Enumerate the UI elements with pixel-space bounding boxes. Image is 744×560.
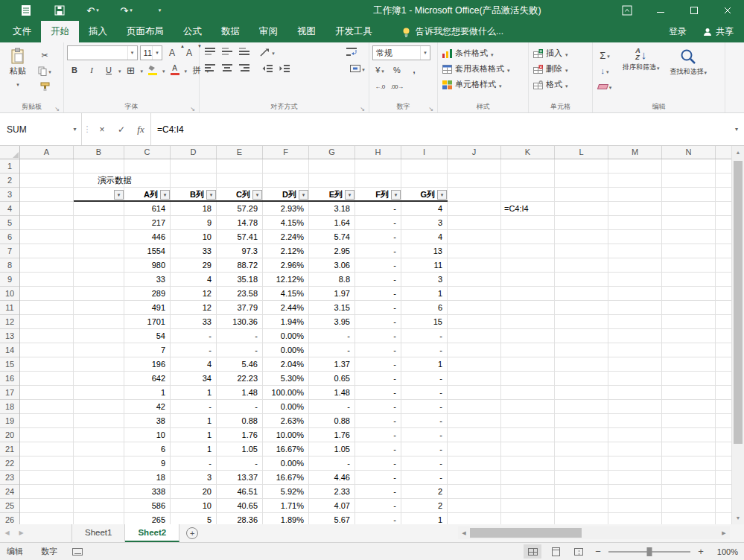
insert-dropdown-icon[interactable] [565,49,568,58]
cell-h10[interactable]: - [355,287,401,301]
formula-input[interactable]: =C4:I4 [150,113,729,145]
cell-h23[interactable]: - [355,471,401,485]
cells-area[interactable]: 演示数据A列▾B列▾C列▾D列▾E列▾F列▾G列▾▾6141857.292.93… [20,159,731,524]
increase-indent-icon[interactable] [277,62,292,75]
cell-f17[interactable]: 100.00% [263,386,309,400]
formula-bar-expand-icon[interactable]: ▾ [729,113,744,145]
cell-e7[interactable]: 97.3 [217,244,263,258]
cell-d18[interactable]: - [171,400,217,414]
row-header-18[interactable]: 18 [0,400,19,414]
ribbon-tab-7[interactable]: 视图 [287,21,325,42]
cell-f12[interactable]: 1.94% [263,315,309,329]
fill-color-icon[interactable] [145,63,160,77]
decrease-indent-icon[interactable] [260,62,275,75]
cell-g10[interactable]: 1.97 [309,287,355,301]
find-select-button[interactable]: 查找和选择 [667,45,710,103]
copy-button[interactable] [37,64,52,77]
cell-c8[interactable]: 980 [124,258,171,273]
cell-i14[interactable]: - [401,343,448,357]
cell-i19[interactable]: - [401,414,448,428]
vertical-scrollbar-thumb[interactable] [734,161,743,444]
cell-e21[interactable]: 1.05 [217,442,263,456]
number-dialog-launcher-icon[interactable] [427,103,435,111]
font-name-dropdown-icon[interactable] [127,46,137,60]
borders-icon[interactable]: ⊞ [124,63,139,77]
align-center-icon[interactable] [220,62,235,75]
column-header-d[interactable]: D [171,146,217,159]
underline-icon[interactable]: U [101,63,116,77]
column-header-k[interactable]: K [501,146,555,159]
font-color-dropdown-icon[interactable] [185,65,188,75]
filter-dropdown-icon[interactable]: ▾ [206,190,216,200]
cell-i7[interactable]: 13 [401,244,448,258]
cell-c4[interactable]: 614 [124,202,171,216]
enter-icon[interactable]: ✓ [112,113,131,145]
row-header-21[interactable]: 21 [0,442,19,456]
cell-h16[interactable]: - [355,372,401,386]
cell-g19[interactable]: 0.88 [309,414,355,428]
row-header-5[interactable]: 5 [0,216,19,230]
name-box-dropdown-icon[interactable]: ▾ [69,126,81,133]
cell-h25[interactable]: - [355,499,401,513]
accounting-dropdown-icon[interactable] [381,66,384,74]
zoom-out-icon[interactable]: − [593,546,603,557]
cell-c9[interactable]: 33 [124,273,171,287]
filter-dropdown-icon[interactable]: ▾ [114,190,124,200]
wrap-text-icon[interactable] [344,45,359,59]
underline-dropdown-icon[interactable] [118,65,121,75]
cell-g16[interactable]: 0.65 [309,372,355,386]
cell-i6[interactable]: 4 [401,230,448,244]
fill-button[interactable]: ↓ [597,64,612,77]
cell-h15[interactable]: - [355,357,401,372]
row-header-9[interactable]: 9 [0,273,19,287]
row-header-22[interactable]: 22 [0,456,19,471]
cell-e23[interactable]: 13.37 [217,471,263,485]
zoom-in-icon[interactable]: + [696,546,706,557]
delete-cells-button[interactable]: 删除 [532,61,590,77]
find-select-dropdown-icon[interactable] [705,69,708,76]
column-header-n[interactable]: N [662,146,716,159]
cell-c22[interactable]: 9 [124,456,171,471]
vertical-scrollbar[interactable]: ▲ ▼ [731,146,744,524]
row-header-6[interactable]: 6 [0,230,19,244]
cell-e15[interactable]: 5.46 [217,357,263,372]
horizontal-scrollbar-thumb[interactable] [470,528,582,538]
cell-h21[interactable]: - [355,442,401,456]
cell-h13[interactable]: - [355,329,401,343]
cancel-icon[interactable]: × [92,113,112,145]
cell-d26[interactable]: 5 [171,513,217,524]
cell-d14[interactable]: - [171,343,217,357]
cell-c7[interactable]: 1554 [124,244,171,258]
cell-c16[interactable]: 642 [124,372,171,386]
cell-i24[interactable]: 2 [401,485,448,499]
row-header-12[interactable]: 12 [0,315,19,329]
filter-dropdown-icon[interactable]: ▾ [391,190,401,200]
comma-style-icon[interactable]: , [407,63,422,77]
cell-h7[interactable]: - [355,244,401,258]
increase-font-size-icon[interactable]: A▲ [165,46,179,60]
cell-h24[interactable]: - [355,485,401,499]
cell-d5[interactable]: 9 [171,216,217,230]
format-as-table-button[interactable]: 套用表格格式 [441,61,526,77]
select-all-corner[interactable] [0,146,20,159]
cut-button[interactable]: ✂ [37,48,52,62]
cell-g8[interactable]: 3.06 [309,258,355,273]
clear-dropdown-icon[interactable] [609,82,612,91]
borders-dropdown-icon[interactable] [141,65,144,75]
redo-dropdown-icon[interactable]: ▾ [130,7,133,13]
cell-e20[interactable]: 1.76 [217,428,263,442]
cell-e25[interactable]: 40.65 [217,499,263,513]
cell-i8[interactable]: 11 [401,258,448,273]
cell-c21[interactable]: 6 [124,442,171,456]
column-header-b[interactable]: B [74,146,124,159]
cell-c26[interactable]: 265 [124,513,171,524]
cell-f21[interactable]: 16.67% [263,442,309,456]
cell-e13[interactable]: - [217,329,263,343]
autosum-dropdown-icon[interactable] [607,51,610,60]
cell-g5[interactable]: 1.64 [309,216,355,230]
cell-c11[interactable]: 491 [124,301,171,315]
column-header-g[interactable]: G [309,146,355,159]
cell-i11[interactable]: 6 [401,301,448,315]
app-icon[interactable] [9,0,42,21]
cell-b2[interactable]: 演示数据 [98,174,132,188]
